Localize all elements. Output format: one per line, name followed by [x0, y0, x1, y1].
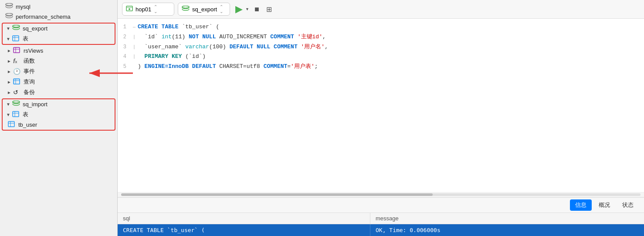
horizontal-scrollbar[interactable]: [118, 192, 644, 197]
code-content: CREATE TABLE `tb_user` (: [138, 23, 219, 32]
line-fold: |: [131, 54, 138, 61]
db-icon: [5, 3, 14, 10]
view-icon: [13, 47, 22, 54]
sq-import-group: ▼ sq_import ▼ 表: [2, 98, 115, 131]
line-fold: |: [131, 44, 138, 51]
tab-overview[interactable]: 概况: [593, 199, 615, 211]
toolbar: hop01 ⌃⌄ sq_export ⌃⌄ ▶ ▼ ■ ⊞: [118, 0, 644, 19]
db1-label: hop01: [136, 6, 151, 13]
svg-rect-6: [14, 47, 20, 53]
line-number: 4: [118, 53, 131, 61]
svg-rect-3: [13, 36, 19, 41]
sidebar-item-mysql[interactable]: mysql: [0, 2, 117, 12]
sidebar-item-label: 表: [23, 35, 111, 43]
db2-dropdown[interactable]: sq_export ⌃⌄: [178, 3, 230, 16]
sidebar-item-label: 函数: [24, 57, 114, 65]
stop-button[interactable]: ■: [253, 4, 261, 15]
sidebar-item-sq-import[interactable]: ▼ sq_import: [3, 99, 115, 109]
sidebar-item-biao2[interactable]: ▼ 表: [3, 109, 115, 120]
table-icon: [8, 121, 17, 128]
svg-rect-12: [14, 79, 20, 84]
svg-point-23: [129, 8, 130, 10]
code-line-1: 1 — CREATE TABLE `tb_user` (: [118, 22, 644, 32]
results-header: sql message: [118, 213, 644, 224]
sidebar-item-biao[interactable]: ▼ 表: [3, 34, 115, 44]
db1-icon: [126, 6, 133, 13]
line-number: 2: [118, 33, 131, 41]
svg-point-1: [6, 13, 13, 16]
line-number: 5: [118, 63, 131, 71]
svg-rect-17: [8, 121, 14, 127]
db-green-icon: [12, 25, 21, 32]
sidebar-item-rsviews[interactable]: ► rsViews: [0, 46, 117, 56]
db2-chevron-icon: ⌃⌄: [220, 4, 223, 14]
code-line-3: 3 | `user_name` varchar(100) DEFAULT NUL…: [118, 42, 644, 52]
event-icon: 🕐: [13, 68, 22, 75]
tree-arrow: ▼: [6, 26, 10, 31]
db-icon: [5, 13, 14, 20]
sidebar-item-label: 查询: [24, 78, 114, 86]
tab-info[interactable]: 信息: [570, 199, 592, 211]
tree-arrow: ►: [7, 80, 11, 84]
results-row[interactable]: CREATE TABLE `tb_user` ( OK, Time: 0.006…: [118, 224, 644, 236]
table-icon: [12, 35, 21, 43]
sidebar-item-hanshu[interactable]: ► fx 函数: [0, 56, 117, 66]
line-fold: |: [131, 34, 138, 41]
sidebar-item-label: 备份: [24, 88, 114, 96]
line-fold: —: [131, 24, 138, 31]
code-content: `id` int(11) NOT NULL AUTO_INCREMENT COM…: [138, 33, 326, 42]
results-panel: sql message CREATE TABLE `tb_user` ( OK,…: [118, 212, 644, 236]
code-content: `user_name` varchar(100) DEFAULT NULL CO…: [138, 43, 328, 52]
run-dropdown-icon: ▼: [245, 7, 249, 11]
line-number: 1: [118, 23, 131, 31]
svg-rect-9: [14, 79, 20, 84]
result-message-cell: OK, Time: 0.006000s: [370, 224, 644, 236]
svg-point-2: [13, 25, 20, 27]
result-sql-cell: CREATE TABLE `tb_user` (: [118, 224, 370, 236]
sidebar-item-label: rsViews: [24, 47, 114, 54]
sidebar-item-tb-user[interactable]: tb_user: [3, 120, 115, 130]
sidebar-item-label: 表: [23, 111, 111, 118]
sidebar-item-chaxun[interactable]: ► 查询: [0, 77, 117, 87]
bottom-tabs: 信息 概况 状态: [118, 197, 644, 212]
tree-arrow: ►: [7, 69, 11, 74]
sidebar-item-label: performance_schema: [16, 13, 114, 20]
sidebar-item-label: sq_export: [23, 25, 111, 32]
svg-point-0: [6, 3, 13, 6]
line-number: 3: [118, 43, 131, 51]
tree-arrow: ►: [7, 90, 11, 95]
db-green-icon: [12, 101, 21, 108]
svg-point-13: [13, 101, 20, 103]
db1-dropdown[interactable]: hop01 ⌃⌄: [122, 3, 174, 16]
sidebar-item-sq-export[interactable]: ▼ sq_export: [3, 24, 115, 34]
sq-export-group: ▼ sq_export ▼ 表: [2, 23, 115, 45]
code-line-2: 2 | `id` int(11) NOT NULL AUTO_INCREMENT…: [118, 32, 644, 42]
tree-arrow: ▼: [6, 112, 10, 117]
run-button[interactable]: ▶: [234, 3, 244, 16]
code-content: ) ENGINE=InnoDB DEFAULT CHARSET=utf8 COM…: [138, 62, 318, 71]
backup-icon: ↺: [13, 89, 22, 96]
scrollbar-thumb: [121, 193, 433, 196]
main-panel: hop01 ⌃⌄ sq_export ⌃⌄ ▶ ▼ ■ ⊞ 1: [118, 0, 644, 236]
grid-button[interactable]: ⊞: [264, 4, 274, 14]
tree-arrow: ▼: [6, 102, 10, 107]
sidebar-item-label: sq_import: [23, 101, 111, 108]
func-icon: fx: [13, 57, 22, 64]
tab-status[interactable]: 状态: [617, 199, 639, 211]
db1-chevron-icon: ⌃⌄: [154, 4, 157, 14]
code-editor[interactable]: 1 — CREATE TABLE `tb_user` ( 2 | `id` in…: [118, 19, 644, 192]
sidebar-item-label: tb_user: [18, 121, 111, 128]
sidebar-item-beifen[interactable]: ► ↺ 备份: [0, 87, 117, 98]
sidebar-item-label: 事件: [24, 67, 114, 75]
sidebar-item-shijian[interactable]: ► 🕐 事件: [0, 66, 117, 77]
code-line-4: 4 | PRIMARY KEY (`id`): [118, 52, 644, 62]
tree-arrow: ►: [7, 48, 11, 53]
svg-rect-14: [13, 111, 19, 117]
query-icon: [13, 78, 22, 86]
db2-icon: [182, 6, 190, 13]
sidebar-item-performance-schema[interactable]: performance_schema: [0, 12, 117, 22]
code-line-5: 5 ) ENGINE=InnoDB DEFAULT CHARSET=utf8 C…: [118, 62, 644, 72]
sidebar-item-label: mysql: [16, 3, 114, 10]
code-content: PRIMARY KEY (`id`): [138, 52, 206, 61]
table-icon: [12, 111, 21, 118]
